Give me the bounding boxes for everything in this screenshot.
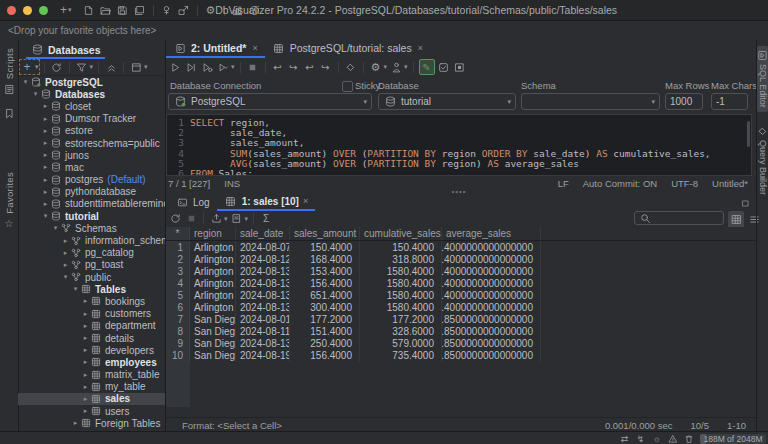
line-separator[interactable]: LF	[558, 178, 569, 189]
grid-cell[interactable]: 2024-08-13	[236, 338, 290, 350]
chevron-right-icon[interactable]: ▸	[41, 188, 50, 196]
tree-item-tutorial[interactable]: ▾ tutorial	[18, 210, 165, 222]
tree-item-mac[interactable]: ▸ mac	[18, 161, 165, 173]
grid-cell[interactable]: 1580.4000	[360, 301, 442, 313]
grid-cell[interactable]: 2024-08-12	[236, 253, 290, 265]
new-tab-button[interactable]: +	[60, 5, 67, 15]
chevron-down-icon[interactable]: ▾	[31, 90, 40, 98]
rollback-button[interactable]: ↪	[287, 60, 301, 74]
grid-cell[interactable]: 168.4000	[290, 253, 360, 265]
tree-item-matrix-table[interactable]: ▸ matrix_table	[18, 369, 165, 381]
resize-icon[interactable]: ⇄	[619, 433, 630, 444]
grid-cell[interactable]: 2024-08-13	[236, 301, 290, 313]
chevron-right-icon[interactable]: ▸	[41, 163, 50, 171]
settings-menu-button[interactable]: ⚙▾	[369, 60, 388, 74]
trash-icon[interactable]	[683, 433, 694, 444]
grid-cell[interactable]: 2024-08-13	[236, 265, 290, 277]
editor-tab-postgresql-tutorial-sales[interactable]: PostgreSQL/tutorial: sales ×	[265, 40, 430, 56]
redo-button[interactable]: ↪	[319, 60, 333, 74]
grid-cell[interactable]: 9	[166, 338, 190, 350]
zoom-window-button[interactable]	[39, 6, 48, 15]
auto-commit-status[interactable]: Auto Commit: ON	[583, 178, 657, 189]
grid-column-header-average_sales[interactable]: average_sales	[442, 227, 541, 240]
driver-manager-icon[interactable]	[160, 3, 174, 17]
editor-tab-2-untitled-[interactable]: 2: Untitled* ×	[166, 40, 265, 58]
execute-current-button[interactable]	[184, 60, 198, 74]
execute-explain-button[interactable]	[200, 60, 214, 74]
grid-cell[interactable]: Arlington	[190, 289, 236, 301]
grid-cell[interactable]: 177.2000	[360, 314, 442, 326]
grid-cell[interactable]: 183.8500000000000000	[442, 338, 541, 350]
tree-item-dumsor-tracker[interactable]: ▸ Dumsor Tracker	[18, 113, 165, 125]
grid-cell[interactable]: 318.8000	[360, 253, 442, 265]
grid-cell[interactable]: 328.6000	[360, 326, 442, 338]
bolt-icon[interactable]: ↯	[635, 433, 646, 444]
execute-button[interactable]	[168, 60, 182, 74]
tree-filter-button[interactable]: ▾	[75, 60, 94, 74]
grid-cell[interactable]: 151.4000	[290, 326, 360, 338]
grid-cell[interactable]: 735.4000	[360, 350, 442, 362]
tree-item-estore[interactable]: ▸ estore	[18, 125, 165, 137]
schema-select[interactable]: ▾	[521, 93, 660, 110]
grid-cell[interactable]: 156.4000	[290, 277, 360, 289]
tree-item-schemas[interactable]: ▾ Schemas	[18, 222, 165, 234]
tree-item-public[interactable]: ▾ public	[18, 271, 165, 283]
chevron-down-icon[interactable]: ▾	[21, 78, 30, 86]
max-chars-input[interactable]: -1	[711, 93, 748, 110]
tree-item-pg-toast[interactable]: ▸ pg_toast	[18, 259, 165, 271]
grid-cell[interactable]: 1580.4000	[360, 277, 442, 289]
chevron-down-icon[interactable]: ▾	[61, 273, 70, 281]
tree-refresh-button[interactable]	[50, 60, 64, 74]
chevron-right-icon[interactable]: ▸	[81, 310, 90, 318]
database-select[interactable]: tutorial ▾	[378, 93, 516, 110]
memory-indicator[interactable]: 188M of 2048M	[700, 434, 766, 444]
grid-cell[interactable]: 177.2000	[290, 314, 360, 326]
tree-open-in-window-button[interactable]: ▾	[129, 60, 148, 74]
new-tab-menu-chevron-icon[interactable]: ▾	[68, 6, 72, 14]
grid-cell[interactable]: 2024-08-19	[236, 350, 290, 362]
chevron-right-icon[interactable]: ▸	[81, 395, 90, 403]
import-menu-button[interactable]: ▾	[230, 212, 249, 226]
tree-item-employees[interactable]: ▸ employees	[18, 356, 165, 368]
grid-cell[interactable]: 150.4000	[290, 241, 360, 253]
chevron-right-icon[interactable]: ▸	[81, 334, 90, 342]
encoding[interactable]: UTF-8	[671, 178, 698, 189]
rail-tab-scripts[interactable]: Scripts	[2, 48, 16, 96]
tree-item-information-schema[interactable]: ▸ information_schema	[18, 234, 165, 246]
grid-cell[interactable]: 2	[166, 253, 190, 265]
grid-column-header-sale_date[interactable]: sale_date	[236, 227, 290, 240]
tree-item-bookings[interactable]: ▸ bookings	[18, 295, 165, 307]
grid-cell[interactable]: 263.4000000000000000	[442, 301, 541, 313]
rail-tab-query-builder[interactable]: Query Builder	[757, 122, 768, 199]
grid-cell[interactable]: 5	[166, 289, 190, 301]
tree-item-department[interactable]: ▸ department	[18, 320, 165, 332]
open-folder-icon[interactable]	[99, 3, 113, 17]
chevron-right-icon[interactable]: ▸	[81, 371, 90, 379]
grid-cell[interactable]: Arlington	[190, 241, 236, 253]
tab-databases[interactable]: Databases	[26, 42, 105, 59]
tree-item-users[interactable]: ▸ users	[18, 405, 165, 417]
grid-cell[interactable]: Arlington	[190, 265, 236, 277]
grid-cell[interactable]: 7	[166, 314, 190, 326]
grid-cell[interactable]: 156.4000	[290, 350, 360, 362]
chevron-right-icon[interactable]: ▸	[41, 139, 50, 147]
tree-item-junos[interactable]: ▸ junos	[18, 149, 165, 161]
grid-cell[interactable]: San Diego	[190, 314, 236, 326]
grid-cell[interactable]: Arlington	[190, 277, 236, 289]
grid-cell[interactable]: 263.4000000000000000	[442, 241, 541, 253]
grid-cell[interactable]: 2024-08-07	[236, 241, 290, 253]
chevron-right-icon[interactable]: ▸	[61, 249, 70, 257]
tree-item-foreign-tables[interactable]: ▸ Foreign Tables	[18, 417, 165, 429]
grid-column-header-cumulative_sales[interactable]: cumulative_sales	[360, 227, 442, 240]
edit-mode-button[interactable]: ✎	[419, 59, 435, 75]
grid-cell[interactable]: 263.4000000000000000	[442, 289, 541, 301]
grid-cell[interactable]: 153.4000	[290, 265, 360, 277]
favorites-drop-bar[interactable]: <Drop your favorite objects here>	[0, 21, 768, 40]
rail-tab-bookmarks[interactable]	[2, 106, 16, 120]
tree-item-closet[interactable]: ▸ closet	[18, 100, 165, 112]
grid-cell[interactable]: San Diego	[190, 338, 236, 350]
sticky-checkbox[interactable]	[342, 81, 353, 92]
grid-cell[interactable]: 579.0000	[360, 338, 442, 350]
tree-collapse-all-button[interactable]	[104, 60, 118, 74]
stop-result-button[interactable]	[184, 212, 198, 226]
